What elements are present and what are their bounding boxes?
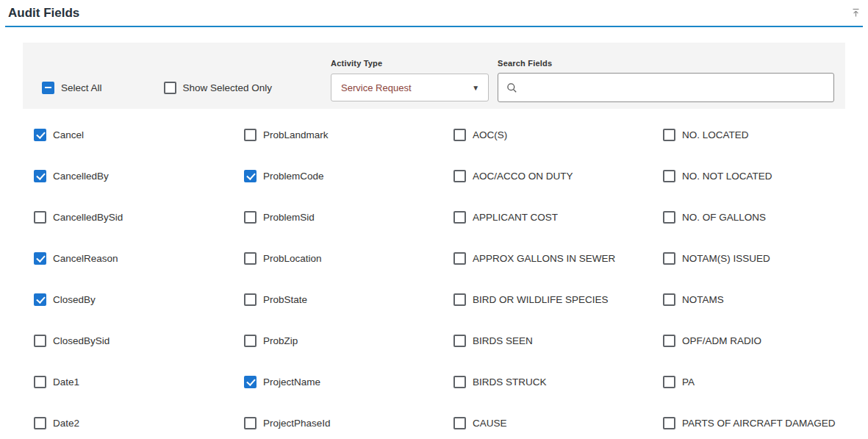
checkbox-unchecked[interactable]	[663, 335, 675, 347]
checkbox-unchecked[interactable]	[663, 129, 675, 141]
field-checkbox-item[interactable]: CancelledBySid	[34, 196, 244, 238]
select-all-checkbox-box[interactable]	[42, 82, 54, 94]
field-checkbox-item[interactable]: ClosedBy	[34, 279, 244, 320]
field-label: ProjectPhaseId	[263, 418, 331, 429]
checkbox-unchecked[interactable]	[34, 417, 46, 429]
field-checkbox-item[interactable]: AOC/ACCO ON DUTY	[453, 155, 663, 196]
field-label: NOTAMS	[682, 294, 724, 305]
field-checkbox-item[interactable]: NO. LOCATED	[663, 114, 868, 155]
field-label: ProbLocation	[263, 253, 322, 264]
search-icon	[506, 82, 517, 93]
field-checkbox-item[interactable]: PARTS OF AIRCRAFT DAMAGED	[663, 402, 868, 439]
show-selected-only-checkbox[interactable]: Show Selected Only	[164, 82, 273, 94]
checkbox-checked[interactable]	[244, 376, 257, 388]
field-label: ProblemSid	[263, 212, 315, 223]
checkbox-unchecked[interactable]	[244, 252, 257, 265]
activity-type-selected-value: Service Request	[341, 82, 411, 93]
checkbox-unchecked[interactable]	[663, 417, 675, 429]
checkbox-unchecked[interactable]	[34, 335, 46, 347]
field-checkbox-item[interactable]: NO. OF GALLONS	[663, 196, 868, 238]
checkbox-unchecked[interactable]	[453, 335, 466, 347]
field-checkbox-item[interactable]: AOC(S)	[453, 114, 663, 155]
field-checkbox-item[interactable]: NO. NOT LOCATED	[663, 155, 868, 196]
checkbox-checked[interactable]	[34, 170, 46, 182]
field-checkbox-item[interactable]: Date1	[34, 361, 244, 402]
field-checkbox-item[interactable]: ProjectPhaseId	[244, 402, 453, 439]
field-checkbox-item[interactable]: CancelledBy	[34, 155, 244, 196]
select-all-label: Select All	[61, 82, 102, 93]
field-checkbox-item[interactable]: ProblemCode	[244, 155, 453, 196]
checkbox-checked[interactable]	[34, 129, 46, 141]
checkbox-unchecked[interactable]	[453, 252, 466, 265]
checkbox-checked[interactable]	[34, 252, 46, 265]
field-label: NO. LOCATED	[682, 129, 749, 140]
checkbox-unchecked[interactable]	[663, 293, 675, 306]
checkbox-unchecked[interactable]	[244, 335, 257, 347]
field-checkbox-item[interactable]: Cancel	[34, 114, 244, 155]
checkbox-unchecked[interactable]	[244, 211, 257, 224]
checkbox-unchecked[interactable]	[453, 293, 466, 306]
activity-type-label: Activity Type	[331, 59, 489, 68]
show-selected-checkbox-box[interactable]	[164, 82, 176, 94]
checkbox-unchecked[interactable]	[663, 170, 675, 182]
field-checkbox-item[interactable]: ProbState	[244, 279, 453, 320]
field-label: AOC(S)	[473, 129, 507, 140]
toolbar: Select All Show Selected Only Activity T…	[23, 43, 845, 109]
field-label: Date1	[53, 376, 79, 388]
select-all-group: Select All	[42, 59, 102, 109]
field-checkbox-item[interactable]: OPF/ADM RADIO	[663, 320, 868, 361]
search-fields-input[interactable]	[523, 74, 826, 101]
checkbox-unchecked[interactable]	[453, 211, 466, 224]
field-checkbox-item[interactable]: ProbLocation	[244, 238, 453, 279]
collapse-top-icon[interactable]	[850, 7, 861, 18]
activity-type-select[interactable]: Service Request ▼	[331, 74, 489, 101]
field-label: PARTS OF AIRCRAFT DAMAGED	[682, 418, 836, 429]
checkbox-unchecked[interactable]	[453, 170, 466, 182]
checkbox-unchecked[interactable]	[453, 129, 466, 141]
field-label: NO. OF GALLONS	[682, 212, 766, 223]
checkbox-unchecked[interactable]	[34, 211, 46, 224]
field-label: BIRDS STRUCK	[473, 376, 547, 388]
field-label: APPLICANT COST	[473, 212, 558, 223]
field-label: ProblemCode	[263, 171, 324, 182]
select-all-checkbox[interactable]: Select All	[42, 82, 102, 94]
field-label: ProbLandmark	[263, 129, 329, 140]
checkbox-unchecked[interactable]	[453, 376, 466, 388]
checkbox-unchecked[interactable]	[244, 293, 257, 306]
checkbox-checked[interactable]	[244, 170, 257, 182]
field-checkbox-item[interactable]: ProbLandmark	[244, 114, 453, 155]
field-label: NOTAM(S) ISSUED	[682, 253, 770, 264]
select-all-spacer	[42, 59, 102, 68]
field-checkbox-item[interactable]: BIRDS STRUCK	[453, 361, 663, 402]
field-checkbox-item[interactable]: ProbZip	[244, 320, 453, 361]
field-label: PA	[682, 376, 695, 388]
field-label: ProjectName	[263, 376, 320, 388]
checkbox-unchecked[interactable]	[663, 211, 675, 224]
checkbox-unchecked[interactable]	[663, 252, 675, 265]
field-checkbox-item[interactable]: NOTAM(S) ISSUED	[663, 238, 868, 279]
field-checkbox-item[interactable]: BIRDS SEEN	[453, 320, 663, 361]
field-checkbox-item[interactable]: APPLICANT COST	[453, 196, 663, 238]
field-checkbox-item[interactable]: ProblemSid	[244, 196, 453, 238]
field-label: OPF/ADM RADIO	[682, 335, 761, 346]
field-checkbox-item[interactable]: Date2	[34, 402, 244, 439]
field-checkbox-item[interactable]: ProjectName	[244, 361, 453, 402]
field-checkbox-item[interactable]: APPROX GALLONS IN SEWER	[453, 238, 663, 279]
checkbox-unchecked[interactable]	[663, 376, 675, 388]
search-fields-label: Search Fields	[498, 59, 834, 68]
field-checkbox-item[interactable]: BIRD OR WILDLIFE SPECIES	[453, 279, 663, 320]
field-checkbox-item[interactable]: PA	[663, 361, 868, 402]
checkbox-unchecked[interactable]	[244, 417, 257, 429]
field-label: BIRD OR WILDLIFE SPECIES	[473, 294, 609, 305]
checkbox-unchecked[interactable]	[453, 417, 466, 429]
field-checkbox-item[interactable]: ClosedBySid	[34, 320, 244, 361]
field-checkbox-item[interactable]: NOTAMS	[663, 279, 868, 320]
checkbox-unchecked[interactable]	[244, 129, 257, 141]
checkbox-checked[interactable]	[34, 293, 46, 306]
field-label: APPROX GALLONS IN SEWER	[473, 253, 615, 264]
field-checkbox-item[interactable]: CancelReason	[34, 238, 244, 279]
field-label: Cancel	[53, 129, 84, 140]
field-checkbox-item[interactable]: CAUSE	[453, 402, 663, 439]
field-label: NO. NOT LOCATED	[682, 171, 772, 182]
checkbox-unchecked[interactable]	[34, 376, 46, 388]
